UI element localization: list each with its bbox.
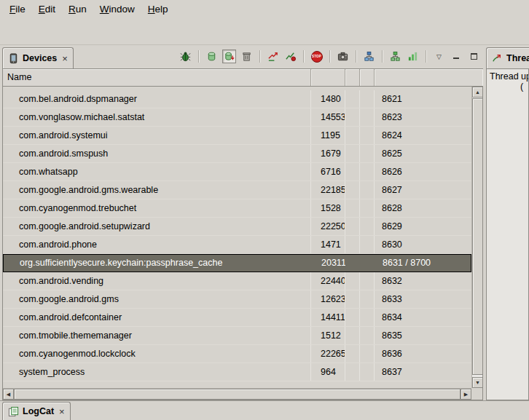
table-row[interactable]: com.android.systemui 1195 8624 [3, 127, 471, 145]
screen-capture-icon[interactable] [336, 49, 350, 63]
scroll-down-icon[interactable]: ▼ [472, 377, 483, 388]
cell-pid: 12623 [311, 290, 345, 308]
menu-edit[interactable]: Edit [32, 0, 62, 19]
cell-spare2 [360, 272, 375, 290]
tab-devices[interactable]: Devices × [2, 47, 74, 68]
table-row[interactable]: com.tmobile.thememanager 1512 8635 [3, 327, 471, 345]
cell-process-name: com.google.android.gms.wearable [3, 181, 311, 199]
table-row[interactable]: com.google.android.setupwizard 22250 862… [3, 218, 471, 236]
systrace-icon[interactable] [406, 49, 420, 63]
table-row[interactable]: com.cyanogenmod.lockclock 22265 8636 [3, 345, 471, 363]
maximize-icon[interactable] [467, 49, 481, 63]
devices-tabbar: Devices × [2, 45, 483, 68]
devices-toolbar: STOP [179, 49, 481, 63]
cell-process-name: com.android.smspush [3, 145, 311, 162]
cell-port: 8621 [375, 90, 471, 108]
stop-process-icon[interactable]: STOP [310, 49, 324, 63]
cell-spare2 [360, 181, 375, 199]
cell-spare2 [360, 236, 375, 253]
main-area: Devices × [0, 45, 529, 400]
tab-threads[interactable]: Threads [486, 47, 529, 68]
cause-gc-icon[interactable] [240, 49, 254, 63]
cell-pid: 22265 [311, 345, 345, 362]
menu-file[interactable]: File [3, 0, 32, 19]
cell-spare1 [345, 181, 360, 199]
table-row[interactable]: org.sufficientlysecure.keychain:passphra… [3, 254, 471, 272]
cell-pid: 14411 [311, 309, 345, 326]
column-header-pid[interactable] [311, 69, 345, 86]
table-row[interactable]: com.google.android.gms 12623 8633 [3, 290, 471, 309]
tab-logcat[interactable]: LogCat × [2, 402, 71, 420]
minimize-icon[interactable] [450, 49, 463, 63]
toolbar-separator [198, 50, 199, 63]
table-row[interactable]: com.cyanogenmod.trebuchet 1528 8628 [3, 199, 471, 218]
cell-port: 8627 [375, 181, 471, 199]
table-row[interactable]: system_process 964 8637 [3, 363, 471, 381]
vertical-scrollbar-thumb[interactable] [472, 98, 483, 375]
cell-spare2 [361, 255, 375, 272]
scrollbar-corner [471, 388, 482, 400]
menu-help[interactable]: Help [141, 0, 175, 19]
dump-hprof-icon[interactable] [222, 49, 236, 63]
view-menu-icon[interactable]: ▽ [432, 49, 446, 63]
cell-port: 8636 [375, 345, 471, 362]
method-profiling-icon[interactable] [283, 49, 297, 63]
cell-spare2 [360, 199, 375, 217]
cell-spare2 [360, 90, 375, 108]
cell-spare2 [360, 127, 375, 144]
logcat-icon [8, 406, 19, 417]
scroll-left-icon[interactable]: ◀ [3, 389, 14, 400]
toolbar-separator [303, 50, 304, 63]
debug-process-icon[interactable] [179, 49, 192, 63]
cell-spare1 [345, 199, 360, 217]
threads-tabbar: Threads [486, 45, 529, 68]
cell-process-name: com.cyanogenmod.lockclock [3, 345, 311, 362]
update-threads-icon[interactable] [266, 49, 280, 63]
update-heap-icon[interactable] [205, 49, 219, 63]
cell-pid: 1471 [311, 236, 345, 253]
column-header-port[interactable] [375, 69, 482, 86]
column-header-spare1[interactable] [345, 69, 360, 86]
horizontal-scrollbar-thumb[interactable] [14, 389, 461, 400]
cell-spare1 [346, 255, 361, 272]
menu-bar: File Edit Run Window Help [0, 0, 529, 19]
cell-port: 8632 [375, 272, 471, 290]
cell-port: 8635 [375, 327, 471, 344]
cell-spare1 [345, 290, 360, 308]
table-row[interactable]: com.whatsapp 6716 8626 [3, 163, 471, 181]
cell-spare1 [345, 145, 360, 162]
table-row[interactable]: com.android.smspush 1679 8625 [3, 145, 471, 163]
threads-message: Thread up [487, 69, 528, 82]
tab-threads-label: Threads [506, 53, 529, 63]
cell-port: 8634 [375, 309, 471, 326]
menu-window[interactable]: Window [93, 0, 141, 19]
devices-panel: Devices × [2, 45, 483, 400]
close-icon[interactable]: × [59, 407, 65, 416]
cell-spare2 [360, 145, 375, 162]
cell-spare1 [345, 363, 360, 381]
cell-pid: 6716 [311, 163, 345, 181]
cell-port: 8625 [375, 145, 471, 162]
cell-spare2 [360, 290, 375, 308]
view-hierarchy-icon[interactable] [362, 49, 376, 63]
horizontal-scrollbar[interactable]: ◀ ▶ [3, 388, 471, 400]
column-header-name[interactable]: Name [3, 69, 311, 86]
cell-spare2 [360, 309, 375, 326]
table-row[interactable]: com.vonglasow.michael.satstat 14553 8623 [3, 108, 471, 127]
table-row[interactable]: com.bel.android.dspmanager 1480 8621 [3, 90, 471, 108]
column-header-spare2[interactable] [360, 69, 375, 86]
cell-spare1 [345, 236, 360, 253]
device-icon [8, 53, 19, 64]
scroll-up-icon[interactable]: ▲ [472, 87, 483, 98]
close-icon[interactable]: × [62, 54, 68, 63]
table-row[interactable]: com.android.vending 22440 8632 [3, 272, 471, 290]
table-row[interactable]: com.google.android.gms.wearable 22185 86… [3, 181, 471, 199]
vertical-scrollbar[interactable]: ▲ ▼ [471, 87, 482, 388]
table-row[interactable]: com.android.phone 1471 8630 [3, 236, 471, 254]
cell-port: 8631 / 8700 [375, 255, 471, 272]
cell-pid: 1528 [311, 199, 345, 217]
menu-run[interactable]: Run [62, 0, 93, 19]
scroll-right-icon[interactable]: ▶ [461, 389, 471, 400]
hierarchy-view-icon[interactable] [388, 49, 402, 63]
table-row[interactable]: com.android.defcontainer 14411 8634 [3, 309, 471, 327]
